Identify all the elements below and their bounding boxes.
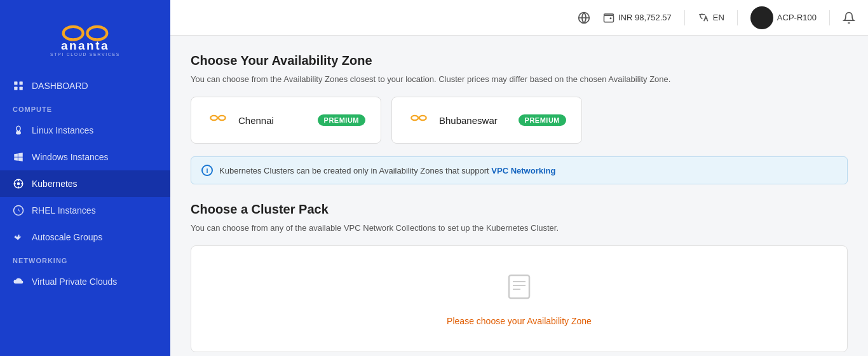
sidebar-item-rhel-instances[interactable]: RHEL Instances — [0, 197, 170, 224]
compute-section-label: COMPUTE — [0, 99, 170, 117]
notifications-button[interactable] — [843, 11, 855, 24]
sidebar-item-rhel-label: RHEL Instances — [32, 205, 96, 216]
cluster-pack-title: Choose a Cluster Pack — [191, 202, 848, 217]
svg-point-16 — [210, 116, 217, 120]
language-selector[interactable]: EN — [698, 12, 724, 24]
svg-point-17 — [219, 116, 226, 120]
ananta-cloud-small — [207, 109, 229, 132]
svg-rect-6 — [14, 87, 17, 90]
globe-button[interactable] — [578, 11, 590, 24]
globe-icon — [578, 11, 590, 24]
user-avatar — [750, 6, 773, 29]
user-profile[interactable]: ACP-R100 — [750, 6, 817, 29]
svg-point-1 — [87, 27, 107, 40]
zone-cards-container: Chennai PREMIUM Bhubaneswar PREMIUM — [191, 97, 848, 144]
linux-icon — [13, 125, 24, 136]
grid-icon — [13, 80, 24, 92]
svg-rect-4 — [14, 81, 17, 85]
page-content: Choose Your Availability Zone You can ch… — [170, 36, 868, 356]
autoscale-icon — [13, 231, 24, 243]
sidebar-item-linux-label: Linux Instances — [32, 125, 93, 135]
info-banner-text: Kubernetes Clusters can be created only … — [219, 166, 555, 175]
cluster-pack-placeholder: Please choose your Availability Zone — [191, 245, 848, 352]
vpc-info-banner: i Kubernetes Clusters can be created onl… — [191, 156, 848, 184]
user-name: ACP-R100 — [777, 13, 817, 22]
info-circle-icon: i — [201, 165, 213, 176]
chennai-premium-badge: PREMIUM — [318, 114, 365, 126]
sidebar-logo: ananta STPI CLOUD SERVICES — [0, 0, 170, 72]
header-divider-3 — [829, 10, 830, 25]
header-divider-2 — [737, 10, 738, 25]
rhel-icon — [13, 205, 24, 216]
ananta-cloud-small-2 — [407, 109, 430, 132]
header-divider-1 — [684, 10, 685, 25]
balance-display: INR 98,752.57 — [603, 12, 672, 24]
svg-point-9 — [18, 180, 19, 181]
svg-point-19 — [419, 116, 426, 120]
svg-rect-20 — [509, 275, 529, 298]
vpc-icon — [13, 276, 24, 287]
sidebar-item-windows-label: Windows Instances — [32, 152, 109, 162]
availability-zone-desc: You can choose from the Availability Zon… — [191, 74, 848, 84]
svg-point-12 — [21, 183, 22, 184]
balance-amount: INR 98,752.57 — [618, 13, 672, 22]
sidebar-item-linux-instances[interactable]: Linux Instances — [0, 117, 170, 144]
networking-section-label: NETWORKING — [0, 250, 170, 268]
logo-svg: ananta STPI CLOUD SERVICES — [47, 15, 123, 60]
zone-card-bhubaneswar[interactable]: Bhubaneswar PREMIUM — [391, 97, 582, 144]
windows-icon — [13, 151, 24, 163]
bhubaneswar-premium-badge: PREMIUM — [519, 114, 566, 126]
sidebar-item-dashboard-label: DASHBOARD — [32, 81, 88, 91]
svg-rect-7 — [20, 87, 23, 90]
svg-point-8 — [17, 182, 20, 186]
sidebar-item-kubernetes[interactable]: Kubernetes — [0, 170, 170, 197]
svg-text:ananta: ananta — [61, 39, 109, 52]
availability-zone-title: Choose Your Availability Zone — [191, 53, 848, 68]
main-content: INR 98,752.57 EN ACP-R100 Choose Your Av… — [170, 0, 868, 356]
language-label: EN — [713, 13, 724, 22]
cluster-placeholder-text: Please choose your Availability Zone — [447, 316, 592, 326]
svg-text:STPI CLOUD SERVICES: STPI CLOUD SERVICES — [50, 52, 120, 57]
wallet-icon — [603, 12, 614, 24]
svg-point-11 — [15, 183, 16, 184]
cluster-pack-desc: You can choose from any of the available… — [191, 223, 848, 233]
sidebar-item-vpc-label: Virtual Private Clouds — [32, 277, 117, 287]
bhubaneswar-cloud-icon — [407, 109, 430, 132]
sidebar-item-dashboard[interactable]: DASHBOARD — [0, 72, 170, 99]
sidebar-item-vpc[interactable]: Virtual Private Clouds — [0, 268, 170, 295]
bhubaneswar-zone-name: Bhubaneswar — [439, 115, 510, 126]
chennai-cloud-icon — [207, 109, 229, 132]
svg-point-10 — [18, 186, 19, 188]
svg-rect-15 — [604, 15, 613, 22]
vpc-networking-link[interactable]: VPC Networking — [491, 166, 555, 175]
placeholder-document-icon — [504, 271, 534, 307]
svg-point-18 — [411, 116, 418, 120]
sidebar-item-kubernetes-label: Kubernetes — [32, 179, 78, 189]
translate-icon — [698, 12, 709, 24]
svg-point-0 — [64, 27, 83, 40]
sidebar-item-autoscale-groups[interactable]: Autoscale Groups — [0, 224, 170, 250]
zone-card-chennai[interactable]: Chennai PREMIUM — [191, 97, 381, 144]
bell-icon — [843, 11, 855, 24]
sidebar-item-windows-instances[interactable]: Windows Instances — [0, 144, 170, 170]
header: INR 98,752.57 EN ACP-R100 — [170, 0, 868, 36]
kubernetes-icon — [13, 178, 24, 189]
chennai-zone-name: Chennai — [238, 115, 309, 126]
svg-rect-5 — [20, 81, 23, 85]
sidebar-item-autoscale-label: Autoscale Groups — [32, 232, 102, 242]
sidebar: ananta STPI CLOUD SERVICES DASHBOARD COM… — [0, 0, 170, 356]
